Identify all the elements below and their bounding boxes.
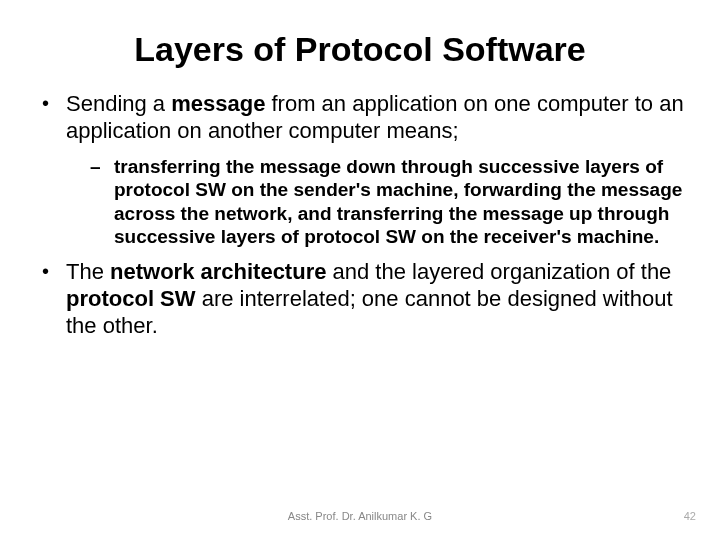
- bullet-1-text-pre: Sending a: [66, 91, 171, 116]
- bullet-1: Sending a message from an application on…: [36, 91, 684, 249]
- sub-seg-3c: .: [654, 226, 659, 247]
- b2-b2: protocol SW: [66, 286, 196, 311]
- sub-bullet-list: transferring the message down through su…: [66, 155, 684, 249]
- b2-p1: The: [66, 259, 110, 284]
- slide: Layers of Protocol Software Sending a me…: [0, 0, 720, 540]
- bullet-2: The network architecture and the layered…: [36, 259, 684, 339]
- bullet-list: Sending a message from an application on…: [36, 91, 684, 339]
- slide-title: Layers of Protocol Software: [36, 30, 684, 69]
- footer-author: Asst. Prof. Dr. Anilkumar K. G: [0, 510, 720, 522]
- b2-p2: and the layered organization of the: [326, 259, 671, 284]
- page-number: 42: [684, 510, 696, 522]
- sub-seg-2c: , and: [287, 203, 337, 224]
- bullet-1-text-bold: message: [171, 91, 265, 116]
- sub-bullet-1: transferring the message down through su…: [66, 155, 684, 249]
- b2-b1: network architecture: [110, 259, 326, 284]
- sub-seg-1c: ,: [453, 179, 464, 200]
